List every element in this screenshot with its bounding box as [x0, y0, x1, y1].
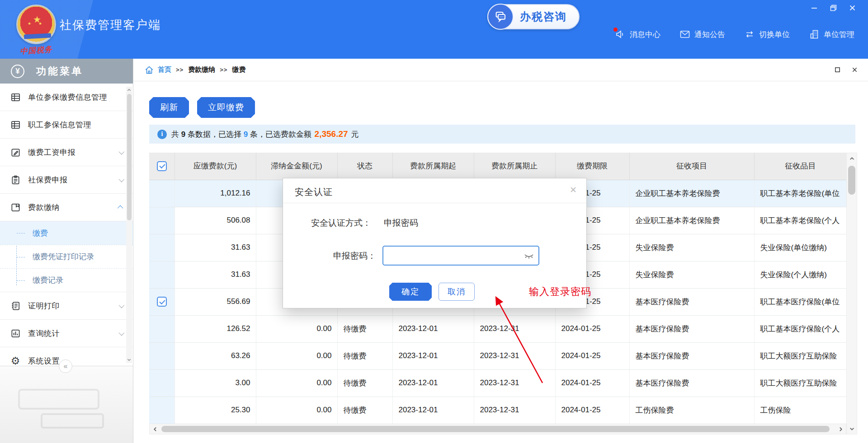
- cell-item: 失业保险(单位缴纳): [754, 234, 846, 261]
- password-field-box: [382, 246, 539, 266]
- scroll-left-icon[interactable]: [150, 424, 160, 434]
- nav-switch-unit[interactable]: 切换单位: [744, 29, 790, 40]
- cell-project: 基本医疗保险费: [629, 342, 754, 369]
- col-amount-due[interactable]: 应缴费款(元): [175, 153, 256, 180]
- summary-bar: i 共 9 条数据，已选择 9 条，已选费款金额 2,356.27 元: [149, 125, 855, 144]
- row-checkbox[interactable]: [157, 297, 167, 307]
- sidebar-scrollbar[interactable]: [126, 87, 132, 363]
- nav-notices[interactable]: 通知公告: [679, 29, 725, 40]
- annotation-text: 输入登录密码: [529, 285, 591, 298]
- col-item[interactable]: 征收品目: [754, 153, 846, 180]
- restore-icon[interactable]: [829, 4, 837, 12]
- minimize-icon[interactable]: [810, 4, 818, 12]
- cell-amount-due: 556.69: [175, 288, 256, 315]
- sidebar-item-certificate-print[interactable]: 证明打印: [0, 292, 133, 320]
- confirm-button[interactable]: 确定: [389, 283, 432, 301]
- cell-project: 企业职工基本养老保险费: [629, 180, 754, 207]
- cell-project: 失业保险费: [629, 234, 754, 261]
- close-icon[interactable]: [851, 66, 858, 73]
- nav-message-center[interactable]: 消息中心: [615, 29, 660, 40]
- close-icon[interactable]: [848, 4, 856, 12]
- auth-method-value: 申报密码: [384, 218, 418, 228]
- cell-period-start: 2023-12-01: [392, 342, 474, 369]
- scroll-right-icon[interactable]: [835, 424, 845, 434]
- cell-period-end: 2023-12-31: [474, 342, 555, 369]
- scrollbar-thumb[interactable]: [161, 426, 830, 432]
- table-row[interactable]: 25.30 0.00 待缴费 2023-12-01 2023-12-31 202…: [149, 396, 846, 424]
- scroll-down-icon[interactable]: [847, 424, 857, 434]
- sidebar-item-query-statistics[interactable]: 查询统计: [0, 320, 133, 347]
- sidebar-item-social-fee-declaration[interactable]: 社保费申报: [0, 166, 133, 194]
- table-vertical-scrollbar[interactable]: [846, 153, 857, 434]
- scroll-up-icon[interactable]: [847, 154, 857, 163]
- breadcrumb-item: 费款缴纳: [188, 65, 215, 74]
- sidebar-item-unit-insured-info[interactable]: 单位参保缴费信息管理: [0, 84, 133, 111]
- clipboard-icon: [10, 174, 21, 185]
- scroll-up-icon[interactable]: [127, 88, 132, 93]
- collapse-left-icon[interactable]: «: [59, 359, 72, 373]
- col-deadline[interactable]: 缴费期限: [555, 153, 629, 180]
- cell-project: 失业保险费: [629, 261, 754, 288]
- pay-now-button[interactable]: 立即缴费: [197, 97, 255, 118]
- sidebar-item-wage-declaration[interactable]: 缴费工资申报: [0, 139, 133, 166]
- maximize-icon[interactable]: [834, 66, 841, 73]
- table-row[interactable]: 3.00 0.00 待缴费 2023-12-01 2023-12-31 2024…: [149, 369, 846, 396]
- col-period-start[interactable]: 费款所属期起: [392, 153, 474, 180]
- scrollbar-thumb[interactable]: [848, 166, 855, 195]
- select-all-checkbox[interactable]: [157, 161, 167, 171]
- chevron-up-icon: [118, 205, 123, 211]
- scrollbar-thumb[interactable]: [127, 94, 132, 220]
- cell-amount-due: 3.00: [175, 369, 256, 396]
- col-status[interactable]: 状态: [337, 153, 392, 180]
- sidebar-subitem-payment-voucher-print-records[interactable]: 缴费凭证打印记录: [0, 245, 133, 268]
- eye-closed-icon[interactable]: [524, 252, 534, 261]
- col-period-end[interactable]: 费款所属期止: [474, 153, 555, 180]
- sidebar: ¥ 功能菜单 单位参保缴费信息管理 职工参保信息管理: [0, 59, 133, 443]
- password-input[interactable]: [387, 247, 518, 264]
- scroll-down-icon[interactable]: [127, 357, 132, 362]
- cell-item: 职工基本养老保险(个人: [754, 207, 846, 234]
- cancel-button[interactable]: 取消: [439, 283, 475, 301]
- nav-unit-management[interactable]: 单位管理: [809, 29, 854, 40]
- col-project[interactable]: 征收项目: [629, 153, 754, 180]
- table-icon: [10, 92, 21, 103]
- chat-bubbles-icon: [487, 4, 514, 30]
- cell-period-start: 2023-12-01: [392, 369, 474, 396]
- breadcrumb-item: 缴费: [232, 65, 245, 74]
- dialog-divider: [283, 203, 586, 203]
- cell-late-fee: 0.00: [256, 342, 337, 369]
- cell-status: 待缴费: [337, 342, 392, 369]
- cell-period-start: 2023-12-01: [392, 396, 474, 424]
- cell-item: 职工基本医疗保险(单位: [754, 288, 846, 315]
- fee-payment-submenu: 缴费 缴费凭证打印记录 缴费记录: [0, 221, 133, 292]
- table-row[interactable]: 63.26 0.00 待缴费 2023-12-01 2023-12-31 202…: [149, 342, 846, 369]
- emblem-icon: ★ ★ ★: [16, 5, 56, 44]
- sidebar-item-fee-payment[interactable]: 费款缴纳: [0, 194, 133, 221]
- col-late-fee[interactable]: 滞纳金金额(元): [256, 153, 337, 180]
- cell-item: 职工大额医疗互助保险: [754, 369, 846, 396]
- cell-period-start: 2023-12-01: [392, 315, 474, 342]
- table-horizontal-scrollbar[interactable]: [149, 424, 846, 434]
- cell-item: 职工大额医疗互助保险: [754, 342, 846, 369]
- tax-consult-button[interactable]: 办税咨询: [487, 4, 580, 29]
- total-count: 9: [181, 130, 185, 139]
- sidebar-subitem-pay[interactable]: 缴费: [0, 221, 133, 245]
- cell-project: 工伤保险费: [629, 396, 754, 424]
- cell-status: 待缴费: [337, 369, 392, 396]
- refresh-button[interactable]: 刷新: [149, 97, 189, 118]
- notification-badge: [613, 28, 618, 32]
- cell-status: 待缴费: [337, 315, 392, 342]
- selected-count: 9: [244, 130, 248, 139]
- cell-item: 失业保险(个人缴纳): [754, 261, 846, 288]
- cell-late-fee: 0.00: [256, 315, 337, 342]
- close-icon[interactable]: ✕: [568, 185, 578, 195]
- breadcrumb-home[interactable]: 首页: [144, 65, 171, 75]
- table-row[interactable]: 126.52 0.00 待缴费 2023-12-01 2023-12-31 20…: [149, 315, 846, 342]
- app-window: ★ ★ ★ 中国税务 社保费管理客户端 办税咨询: [0, 0, 868, 443]
- sidebar-footer: «: [0, 366, 133, 443]
- cell-amount-due: 31.63: [175, 234, 256, 261]
- sidebar-subitem-payment-records[interactable]: 缴费记录: [0, 268, 133, 292]
- cell-project: 企业职工基本养老保险费: [629, 207, 754, 234]
- select-all-cell: [149, 153, 175, 180]
- sidebar-item-employee-insured-info[interactable]: 职工参保信息管理: [0, 111, 133, 139]
